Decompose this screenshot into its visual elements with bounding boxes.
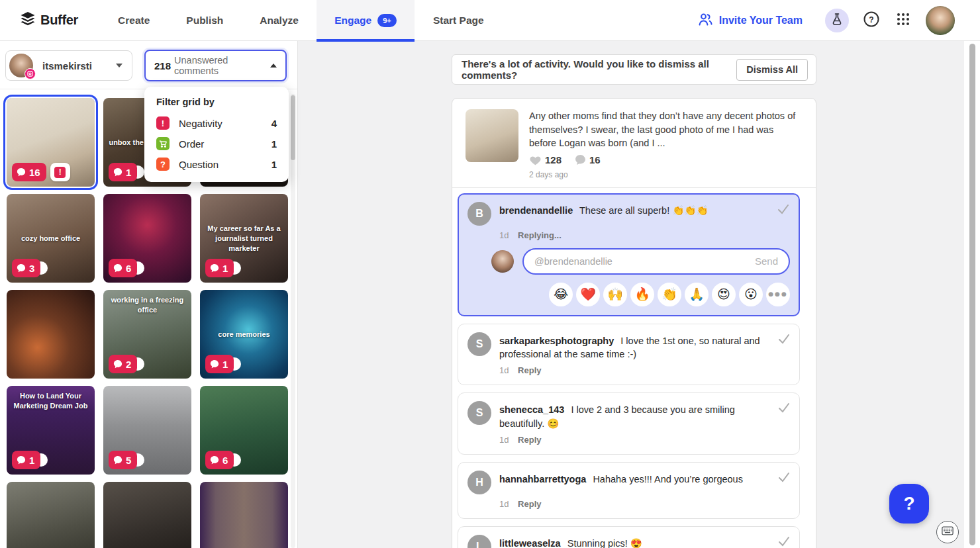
- filter-count: 1: [271, 159, 277, 170]
- commenter-username[interactable]: littleweaselza: [499, 538, 561, 548]
- filter-menu-item[interactable]: Order 1: [156, 137, 277, 150]
- brand-name: Buffer: [40, 13, 78, 28]
- chat-bubble-icon: [17, 455, 26, 465]
- page-scrollbar[interactable]: [964, 41, 980, 548]
- keyboard-icon: [942, 526, 954, 538]
- nav-item-create[interactable]: Create: [118, 15, 150, 26]
- sidebar-scrollbar[interactable]: [291, 94, 295, 548]
- post-thumbnail[interactable]: Lily Ray !: [103, 482, 191, 548]
- filter-grid-menu: Filter grid by ! Negativity 4: [144, 87, 289, 182]
- negativity-alert-badge: !: [50, 163, 70, 181]
- dismiss-check-icon[interactable]: [778, 536, 790, 548]
- post-thumbnail[interactable]: 16 !: [7, 98, 95, 187]
- nav-item-engage-active[interactable]: Engage 9+: [317, 0, 415, 41]
- emoji-reaction-button[interactable]: 😍: [712, 283, 736, 306]
- comment-time: 1d: [499, 499, 509, 509]
- user-avatar[interactable]: [926, 6, 955, 35]
- chat-bubble-icon: [113, 359, 122, 369]
- chat-bubble-icon: [113, 167, 122, 177]
- reply-input[interactable]: [534, 256, 755, 267]
- nav-item-publish[interactable]: Publish: [186, 15, 223, 26]
- comment-time: 1d: [499, 230, 509, 240]
- post-thumbnail[interactable]: working in a freezing office 2 !: [103, 290, 191, 379]
- likes-count: 128: [545, 154, 562, 165]
- nav-item-analyze[interactable]: Analyze: [260, 15, 299, 26]
- post-comments-card: Any other moms find that they don’t have…: [452, 98, 816, 548]
- badge-count: 1: [222, 359, 228, 370]
- engage-sidebar: itsmekirsti 218 Unanswered comments: [0, 41, 298, 548]
- svg-text:?: ?: [869, 15, 873, 24]
- commenter-username[interactable]: sarkaparkesphotography: [499, 336, 614, 346]
- emoji-reaction-button[interactable]: ❤️: [576, 283, 600, 306]
- thumbnail-image: [103, 482, 191, 548]
- question-circle-icon: ?: [863, 11, 880, 30]
- help-fab[interactable]: ?: [889, 484, 929, 524]
- dismiss-check-icon[interactable]: [778, 402, 790, 416]
- post-thumbnail[interactable]: !: [7, 290, 95, 379]
- post-thumbnail[interactable]: Samantha Zabell !: [200, 482, 288, 548]
- invite-label: Invite Your Team: [719, 15, 803, 26]
- chat-bubble-icon: [17, 167, 26, 177]
- filter-menu-item[interactable]: ! Negativity 4: [156, 116, 277, 130]
- comment-card-selected[interactable]: B brendenandellie These are all superb! …: [458, 193, 800, 316]
- thumbnail-caption: My career so far As a journalist turned …: [204, 224, 284, 253]
- emoji-reaction-button[interactable]: 😮: [739, 283, 763, 306]
- nav-item-start-page[interactable]: Start Page: [433, 15, 484, 26]
- post-preview[interactable]: Any other moms find that they don’t have…: [452, 99, 816, 187]
- beta-features-button[interactable]: [825, 9, 849, 32]
- buffer-logo[interactable]: Buffer: [20, 11, 78, 30]
- reply-button[interactable]: Reply: [518, 435, 541, 445]
- comment-card[interactable]: H hannahbarrettyoga Hahaha yes!!! And yo…: [458, 462, 800, 519]
- dismiss-check-icon[interactable]: [777, 204, 789, 217]
- post-caption: Any other moms find that they don’t have…: [529, 109, 803, 150]
- reply-button[interactable]: Reply: [518, 499, 541, 509]
- filter-label: Negativity: [179, 118, 271, 129]
- commenter-username[interactable]: brendenandellie: [499, 205, 573, 216]
- keyboard-shortcuts-button[interactable]: [936, 521, 959, 543]
- comment-card[interactable]: L littleweaselza Stunning pics! 😍: [458, 526, 800, 548]
- filter-menu-item[interactable]: ? Question 1: [156, 158, 277, 171]
- filter-menu-title: Filter grid by: [156, 97, 277, 107]
- reply-button[interactable]: Reply: [518, 365, 541, 375]
- unanswered-comments-dropdown[interactable]: 218 Unanswered comments: [144, 50, 287, 81]
- post-thumbnail[interactable]: a 30-day !: [7, 482, 95, 548]
- filter-label: Question: [179, 159, 271, 170]
- dismiss-all-button[interactable]: Dismiss All: [736, 59, 808, 81]
- emoji-reaction-button[interactable]: 🙌: [603, 283, 627, 306]
- page-scrollbar-thumb[interactable]: [969, 44, 975, 545]
- sidebar-scrollbar-thumb[interactable]: [291, 95, 295, 160]
- filter-type-icon: [156, 137, 170, 150]
- post-thumbnail[interactable]: 6 !: [103, 194, 191, 283]
- post-thumbnail[interactable]: cozy home office 3 !: [7, 194, 95, 283]
- commenter-username[interactable]: shenecca_143: [499, 404, 564, 415]
- comment-count-badge: 6 !: [109, 259, 137, 277]
- filter-count: 4: [271, 118, 277, 129]
- more-emojis-button[interactable]: ●●●: [766, 283, 790, 306]
- emoji-reaction-button[interactable]: 🔥: [630, 283, 654, 306]
- commenter-username[interactable]: hannahbarrettyoga: [499, 474, 586, 484]
- comment-text: Stunning pics! 😍: [567, 538, 642, 548]
- instagram-badge-icon: [24, 68, 36, 79]
- dismiss-check-icon[interactable]: [778, 472, 790, 485]
- post-thumbnail[interactable]: My career so far As a journalist turned …: [200, 194, 288, 283]
- help-button[interactable]: ?: [859, 9, 883, 32]
- post-thumbnail[interactable]: core memories 1 !: [200, 290, 288, 379]
- post-thumbnail[interactable]: 5 !: [103, 386, 191, 475]
- invite-your-team-button[interactable]: Invite Your Team: [697, 12, 803, 29]
- chat-bubble-icon: [210, 455, 219, 465]
- post-thumbnail[interactable]: 6 !: [200, 386, 288, 475]
- dismiss-check-icon[interactable]: [778, 334, 790, 347]
- emoji-reaction-button[interactable]: 😂: [549, 283, 573, 306]
- account-selector[interactable]: itsmekirsti: [5, 50, 132, 81]
- comment-icon: [575, 154, 586, 165]
- apps-grid-button[interactable]: [891, 9, 915, 32]
- emoji-reaction-button[interactable]: 🙏: [685, 283, 709, 306]
- send-button[interactable]: Send: [755, 255, 778, 267]
- post-thumbnail[interactable]: How to Land Your Marketing Dream Job 1 !: [7, 386, 95, 475]
- comment-count-badge: 1 !: [205, 355, 234, 373]
- emoji-reaction-button[interactable]: 👏: [658, 283, 681, 306]
- comment-card[interactable]: S shenecca_143 I love 2 and 3 because yo…: [458, 392, 800, 455]
- thumbnail-caption: How to Land Your Marketing Dream Job: [11, 391, 91, 411]
- replying-status: Replying...: [518, 230, 562, 240]
- comment-card[interactable]: S sarkaparkesphotography I love the 1st …: [458, 324, 800, 386]
